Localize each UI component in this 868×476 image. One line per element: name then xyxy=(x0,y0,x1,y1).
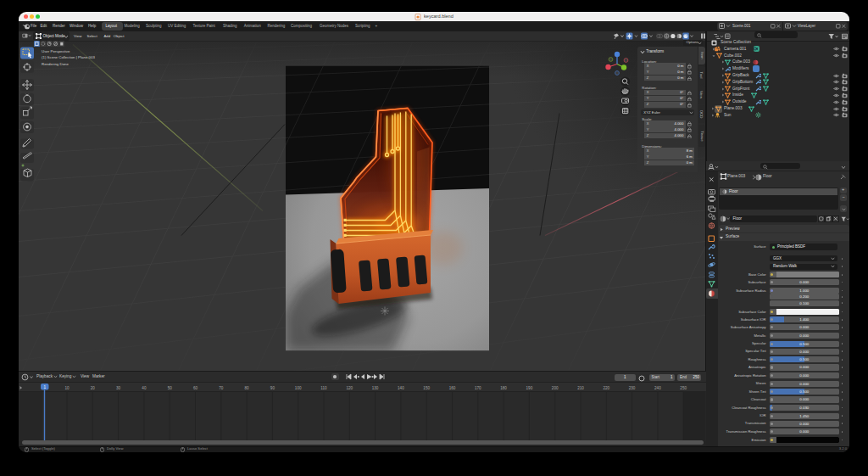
svg-text:240: 240 xyxy=(654,385,661,389)
svg-text:1: 1 xyxy=(43,384,46,389)
svg-text:120: 120 xyxy=(346,385,353,389)
svg-text:130: 130 xyxy=(372,385,379,389)
svg-text:200: 200 xyxy=(552,385,559,389)
svg-text:140: 140 xyxy=(398,385,404,389)
svg-text:160: 160 xyxy=(449,385,456,389)
svg-text:220: 220 xyxy=(603,385,609,389)
svg-text:60: 60 xyxy=(193,385,198,389)
svg-text:10: 10 xyxy=(64,385,70,389)
svg-text:180: 180 xyxy=(500,385,507,389)
svg-text:250: 250 xyxy=(680,385,687,389)
svg-text:40: 40 xyxy=(142,385,147,389)
svg-text:50: 50 xyxy=(168,385,173,389)
svg-text:110: 110 xyxy=(320,385,327,389)
svg-text:30: 30 xyxy=(116,385,121,389)
svg-text:90: 90 xyxy=(270,385,275,389)
svg-text:70: 70 xyxy=(219,385,224,389)
svg-text:150: 150 xyxy=(423,385,430,389)
svg-text:190: 190 xyxy=(526,385,533,389)
svg-text:230: 230 xyxy=(629,385,636,389)
svg-text:80: 80 xyxy=(245,385,250,389)
svg-text:20: 20 xyxy=(91,385,96,389)
svg-text:170: 170 xyxy=(475,385,481,389)
svg-text:210: 210 xyxy=(577,385,584,389)
svg-text:100: 100 xyxy=(295,385,302,389)
